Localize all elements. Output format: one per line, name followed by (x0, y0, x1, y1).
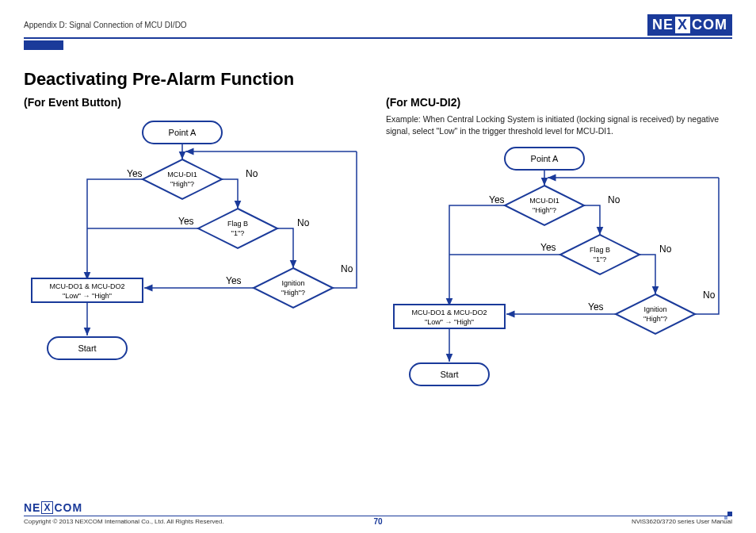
logo-part-right: COM (692, 17, 727, 33)
node-do-l2: "Low" → "High" (425, 319, 474, 327)
header-bar: Appendix D: Signal Connection of MCU DI/… (24, 14, 732, 39)
label-no2: No (659, 243, 672, 255)
label-yes3: Yes (588, 301, 604, 313)
edge-no2 (640, 255, 655, 294)
label-yes1: Yes (127, 168, 143, 179)
page-footer: NE X COM Copyright © 2013 NEXCOM Interna… (24, 501, 732, 525)
logo-part-mid: X (675, 17, 690, 33)
left-column: (For Event Button) Point A MCU-DI1 "High… (24, 93, 370, 401)
node-mcu-di1-l1: MCU-DI1 (529, 197, 559, 205)
label-yes1: Yes (489, 194, 505, 205)
node-mcu-di1-l1: MCU-DI1 (167, 171, 197, 178)
footer-logo-mid: X (41, 501, 53, 514)
right-example-text: Example: When Central Locking System is … (386, 113, 732, 136)
label-yes3: Yes (226, 275, 242, 286)
footer-page-number: 70 (373, 517, 382, 526)
flowchart-mcu-di2: Point A MCU-DI1 "High"? Yes No Flag B "1… (386, 140, 727, 401)
label-no2: No (297, 217, 310, 228)
footer-line: Copyright © 2013 NEXCOM International Co… (24, 516, 732, 525)
node-ignition-l2: "High"? (643, 316, 667, 324)
node-ignition-l2: "High"? (281, 289, 305, 297)
edge-yes1 (449, 205, 505, 306)
node-start-text: Start (78, 343, 96, 353)
label-no3: No (341, 263, 353, 274)
node-do-l1: MCU-DO1 & MCU-DO2 (411, 309, 487, 317)
edge-no2 (277, 228, 293, 268)
node-ignition-l1: Ignition (281, 279, 304, 287)
node-mcu-di1-l2: "High"? (170, 180, 194, 188)
node-mcu-di1 (505, 186, 584, 225)
node-flag-b-l2: "1"? (594, 256, 606, 264)
node-flag-b (198, 209, 277, 248)
node-point-a-text: Point A (531, 154, 559, 163)
node-flag-b-l1: Flag B (227, 220, 248, 228)
footer-copyright: Copyright © 2013 NEXCOM International Co… (24, 518, 224, 525)
header-accent-tab (24, 40, 63, 50)
edge-no1 (584, 205, 600, 235)
node-mcu-di1-l2: "High"? (533, 207, 556, 215)
node-flag-b-l2: "1"? (231, 229, 244, 237)
right-column: (For MCU-DI2) Example: When Central Lock… (386, 93, 732, 401)
node-do-l2: "Low" → "High" (63, 292, 112, 300)
label-yes2: Yes (178, 216, 194, 227)
label-no1: No (608, 194, 620, 205)
node-start-text: Start (440, 370, 458, 379)
footer-logo-right: COM (54, 501, 82, 514)
node-ignition (616, 294, 695, 334)
footer-doc-name: NViS3620/3720 series User Manual (632, 518, 732, 525)
flowchart-event-button: Point A MCU-DI1 "High"? Yes No Flag B "1… (24, 113, 365, 375)
node-ignition (254, 268, 333, 308)
label-yes2: Yes (540, 242, 556, 253)
node-flag-b (560, 235, 640, 274)
appendix-title: Appendix D: Signal Connection of MCU DI/… (24, 21, 187, 29)
node-mcu-di1 (143, 159, 222, 199)
node-flag-b-l1: Flag B (590, 247, 610, 255)
node-ignition-l1: Ignition (643, 306, 666, 314)
node-do-l1: MCU-DO1 & MCU-DO2 (49, 282, 124, 290)
page-title: Deactivating Pre-Alarm Function (24, 69, 732, 90)
node-point-a-text: Point A (169, 128, 197, 137)
footer-logo: NE X COM (24, 501, 732, 514)
brand-logo: NE X COM (647, 14, 732, 36)
label-no3: No (703, 290, 716, 301)
content-columns: (For Event Button) Point A MCU-DI1 "High… (24, 93, 732, 401)
right-subhead: (For MCU-DI2) (386, 96, 732, 109)
edge-yes1 (87, 179, 143, 280)
footer-corner-mark-icon (724, 512, 732, 520)
footer-logo-left: NE (24, 501, 40, 514)
edge-no1 (222, 179, 238, 209)
label-no1: No (246, 168, 258, 179)
left-subhead: (For Event Button) (24, 96, 370, 109)
logo-part-left: NE (652, 17, 674, 33)
